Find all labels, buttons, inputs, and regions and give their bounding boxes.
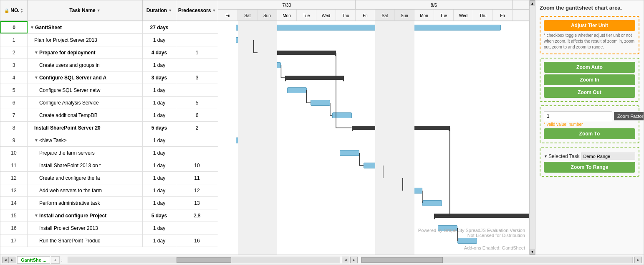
expand-icon[interactable]: ▼ bbox=[34, 213, 38, 218]
cell-duration: 1 day bbox=[143, 134, 176, 146]
cell-taskname: ▼ GanttSheet bbox=[28, 21, 143, 33]
col-taskname-filter[interactable]: ▼ bbox=[97, 8, 101, 13]
demo-range-select[interactable]: Demo Range bbox=[581, 153, 635, 160]
gantt-bar bbox=[457, 238, 477, 244]
gantt-body: Powered by GrapeCity SpreadJS Evaluation… bbox=[218, 21, 529, 255]
gantt-header-top: 7/308/6 bbox=[218, 0, 529, 10]
sheet-tab[interactable]: GanttShe ... bbox=[17, 256, 50, 264]
cell-duration: 1 day bbox=[143, 197, 176, 209]
cell-duration: 1 day bbox=[143, 34, 176, 46]
cell-taskname: ▼ Configure SQL Server and A bbox=[28, 71, 143, 84]
table-row[interactable]: 16Install Project Server 20131 day bbox=[0, 222, 218, 234]
expand-icon[interactable]: ▼ bbox=[30, 25, 34, 30]
zoom-buttons-section: Zoom Auto Zoom In Zoom Out bbox=[540, 58, 639, 102]
table-row[interactable]: 6Configure Analysis Service1 day5 bbox=[0, 97, 218, 109]
zoom-out-button[interactable]: Zoom Out bbox=[544, 87, 635, 98]
table-row[interactable]: 14Perform administrative task1 day13 bbox=[0, 197, 218, 209]
nav-prev-button[interactable]: ► bbox=[9, 257, 15, 263]
col-taskname-label: Task Name bbox=[69, 8, 95, 13]
zoom-auto-button[interactable]: Zoom Auto bbox=[544, 62, 635, 73]
table-row[interactable]: 12Create and configure the fa1 day11 bbox=[0, 172, 218, 184]
gantt-bar bbox=[438, 225, 457, 231]
table-row[interactable]: 0▼ GanttSheet27 days bbox=[0, 21, 218, 34]
cell-duration: 27 days bbox=[143, 21, 176, 33]
cell-predecessors bbox=[176, 34, 218, 46]
horizontal-scrollbar[interactable] bbox=[68, 257, 340, 263]
watermark: Powered by GrapeCity SpreadJS Evaluation… bbox=[418, 228, 525, 238]
add-tab-button[interactable]: + bbox=[51, 256, 59, 264]
expand-icon[interactable]: ▼ bbox=[34, 138, 38, 143]
cell-duration: 4 days bbox=[143, 46, 176, 59]
table-row[interactable]: 17Run the SharePoint Produc1 day16 bbox=[0, 234, 218, 247]
right-panel: Zoom the ganttsheet chart area. Adjust T… bbox=[535, 0, 644, 255]
cell-no: 7 bbox=[0, 109, 28, 121]
table-row[interactable]: 2▼ Prepare for deployment4 days1 bbox=[0, 46, 218, 59]
gantt-summary-bar bbox=[258, 51, 336, 55]
cell-duration: 5 days bbox=[143, 209, 176, 222]
zoom-to-range-button[interactable]: Zoom To Range bbox=[544, 162, 635, 173]
table-row[interactable]: 15▼ Install and configure Project5 days2… bbox=[0, 209, 218, 222]
cell-duration: 1 day bbox=[143, 172, 176, 184]
expand-icon[interactable]: ▼ bbox=[34, 75, 38, 80]
cell-no: 3 bbox=[0, 59, 28, 71]
sort-arrows: ▲ ▼ bbox=[20, 8, 23, 13]
expand-icon[interactable]: ▼ bbox=[34, 50, 38, 55]
zoom-in-button[interactable]: Zoom In bbox=[544, 74, 635, 85]
cell-predecessors bbox=[176, 84, 218, 96]
table-row[interactable]: 8Install SharePoint Server 205 days2 bbox=[0, 122, 218, 134]
col-duration-filter[interactable]: ▼ bbox=[168, 8, 172, 13]
table-row[interactable]: 13Add web servers to the farm1 day12 bbox=[0, 184, 218, 197]
gantt-scrollbar-bottom[interactable] bbox=[361, 257, 633, 263]
scrollbar-up-button[interactable]: ▲ bbox=[530, 0, 535, 6]
col-no-header: 🔒 NO. ▲ ▼ bbox=[0, 0, 28, 20]
gantt-bar bbox=[236, 138, 253, 143]
zoom-factor-input[interactable] bbox=[544, 111, 612, 121]
table-row[interactable]: 5Configure SQL Server netw1 day bbox=[0, 84, 218, 97]
gantt-bar bbox=[340, 150, 359, 156]
gantt-scrollbar-vertical[interactable]: ▲ ▼ bbox=[529, 0, 535, 255]
cell-taskname: Create and configure the fa bbox=[28, 172, 143, 184]
gantt-scroll-arrows: ◄ ► bbox=[342, 257, 358, 263]
cell-duration: 1 day bbox=[143, 147, 176, 159]
adjust-tier-button[interactable]: Adjust Tier Unit bbox=[544, 20, 635, 31]
gantt-summary-bar bbox=[352, 126, 450, 130]
cell-no: 10 bbox=[0, 147, 28, 159]
scroll-right-button[interactable]: ► bbox=[350, 257, 358, 263]
zoom-factor-valid-hint: * valid value: number bbox=[544, 122, 635, 127]
cell-taskname: Perform administrative task bbox=[28, 197, 143, 209]
cell-predecessors: 16 bbox=[176, 234, 218, 247]
cell-predecessors: 2 bbox=[176, 122, 218, 134]
gantt-scroll-thumb[interactable] bbox=[361, 257, 443, 263]
table-row[interactable]: 3Create users and groups in1 day bbox=[0, 59, 218, 71]
table-row[interactable]: 1Plan for Project Server 20131 day bbox=[0, 34, 218, 46]
table-row[interactable]: 10Prepare the farm servers1 day bbox=[0, 147, 218, 159]
scrollbar-down-button[interactable]: ▼ bbox=[530, 249, 535, 255]
scroll-left-button[interactable]: ◄ bbox=[342, 257, 349, 263]
lock-icon: 🔒 bbox=[4, 8, 9, 13]
nav-first-button[interactable]: ◄ bbox=[2, 257, 9, 263]
table-row[interactable]: 4▼ Configure SQL Server and A3 days3 bbox=[0, 71, 218, 84]
scrollbar-handle[interactable] bbox=[177, 257, 231, 263]
zoom-factor-label: Zoom Factor bbox=[614, 112, 644, 120]
cell-no: 11 bbox=[0, 159, 28, 171]
cell-no: 1 bbox=[0, 34, 28, 46]
col-taskname-header: Task Name ▼ bbox=[28, 0, 143, 20]
adjust-tier-hint: * checkbox toggle whether adjust tier un… bbox=[544, 33, 635, 50]
dependency-lines bbox=[218, 21, 529, 255]
table-row[interactable]: 7Create additional TempDB1 day6 bbox=[0, 109, 218, 122]
cell-no: 14 bbox=[0, 197, 28, 209]
col-predecessors-filter[interactable]: ▼ bbox=[212, 8, 216, 13]
cell-predecessors: 3 bbox=[176, 71, 218, 84]
cell-predecessors bbox=[176, 147, 218, 159]
table-row[interactable]: 11Install SharePoint 2013 on t1 day10 bbox=[0, 159, 218, 172]
cell-no: 4 bbox=[0, 71, 28, 84]
cell-duration: 1 day bbox=[143, 222, 176, 234]
table-row[interactable]: 9▼ <New Task>1 day bbox=[0, 134, 218, 147]
gantt-wrapper: 7/308/6 FriSatSunMonTueWedThuFriSatSunMo… bbox=[218, 0, 535, 255]
scroll-end-button[interactable]: ► bbox=[634, 257, 642, 263]
cell-taskname: ▼ Install and configure Project bbox=[28, 209, 143, 222]
zoom-to-button[interactable]: Zoom To bbox=[544, 128, 635, 139]
cell-no: 9 bbox=[0, 134, 28, 146]
cell-taskname: Run the SharePoint Produc bbox=[28, 234, 143, 247]
cell-duration: 3 days bbox=[143, 71, 176, 84]
